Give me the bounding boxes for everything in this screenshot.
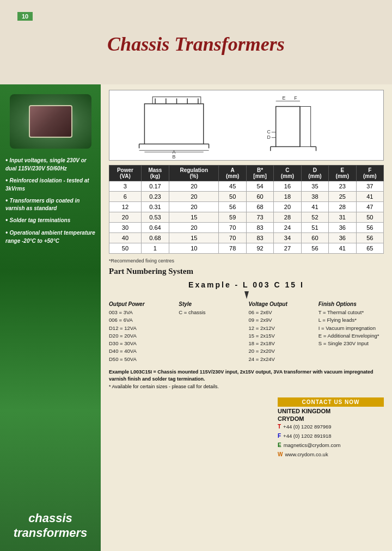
part-col-item: 003 = 3VA (109, 309, 174, 316)
part-col-item: 24 = 2x24V (249, 356, 314, 363)
example-footnote: * Available for certain sizes - please c… (109, 384, 219, 389)
col-b: B*[mm] (246, 166, 273, 181)
part-col-item: S = Single 230V Input (318, 340, 384, 347)
part-col-item: D20 = 20VA (109, 332, 174, 340)
contact-country: UNITED KINGDOM (278, 407, 384, 415)
voltage-output-title: Voltage Output (249, 301, 314, 307)
contact-box: CONTACT US NOW UNITED KINGDOM CRYDOM T +… (278, 397, 384, 459)
part-col-item: I = Vacuum impregnation (318, 325, 384, 332)
table-row: 60.2320506018382541 (109, 192, 384, 202)
product-image (10, 94, 91, 149)
svg-rect-15 (276, 107, 300, 147)
table-row: 120.3120566820412847 (109, 202, 384, 212)
contact-web: W www.crydom.co.uk (278, 450, 384, 459)
part-col-item: E = Additional Enveloping* (318, 332, 384, 340)
part-col-item: D40 = 40VA (109, 347, 174, 355)
output-power-title: Output Power (109, 301, 174, 307)
page-title: Chassis Transformers (0, 33, 392, 56)
contact-company: CRYDOM (278, 415, 384, 422)
svg-marker-28 (244, 291, 249, 299)
col-f: F(mm) (356, 166, 384, 181)
sidebar-bullet: Reinforced isolation - tested at 3kVrms (5, 174, 95, 194)
part-col-item: D12 = 12VA (109, 325, 174, 332)
col-mass: Mass(kg) (141, 166, 169, 181)
main-content: A B E F C D (101, 84, 392, 551)
part-col-item: 09 = 2x9V (249, 316, 314, 324)
feature-list: Input voltages, single 230V or dual 115V… (5, 154, 95, 247)
part-numbering-grid: Output Power 003 = 3VA006 = 6VAD12 = 12V… (109, 301, 384, 363)
phone-icon: T (278, 422, 281, 431)
part-col-item: D30 = 30VA (109, 340, 174, 347)
part-col-item: 15 = 2x15V (249, 332, 314, 340)
example-description: Example L003C15I = Chassis mounted 115V/… (109, 369, 384, 391)
sidebar-bullet: Input voltages, single 230V or dual 115V… (5, 154, 95, 174)
col-c: C(mm) (274, 166, 301, 181)
svg-text:B: B (173, 154, 176, 160)
col-regulation: Regulation(%) (169, 166, 219, 181)
email-icon: E (278, 440, 281, 450)
col-power: Power(VA) (109, 166, 142, 181)
part-col-item: 06 = 2x6V (249, 309, 314, 316)
style-col: Style C = chassis (179, 301, 244, 363)
part-col-item: T = Thermal cutout* (318, 309, 384, 316)
web-icon: W (278, 450, 283, 459)
finish-options-col: Finish Options T = Thermal cutout*L = Fl… (318, 301, 384, 363)
sidebar-content: Input voltages, single 230V or dual 115V… (0, 84, 101, 251)
part-col-item: D50 = 50VA (109, 356, 174, 363)
output-power-col: Output Power 003 = 3VA006 = 6VAD12 = 12V… (109, 301, 174, 363)
table-row: 400.6815708334603656 (109, 233, 384, 243)
svg-rect-0 (144, 104, 203, 144)
svg-rect-19 (300, 107, 311, 147)
table-row: 200.5315597328523150 (109, 212, 384, 223)
part-col-item: 006 = 6VA (109, 316, 174, 324)
sidebar-bullet: Transformers dip coated in varnish as st… (5, 194, 95, 215)
contact-email: E magnetics@crydom.com (278, 440, 384, 450)
svg-text:F: F (294, 95, 297, 101)
svg-text:E: E (282, 95, 285, 101)
sidebar-bullet: Solder tag terminations (5, 214, 95, 226)
sidebar-bullet: Operational ambient temperature range -2… (5, 226, 95, 247)
svg-text:D: D (267, 134, 270, 140)
technical-diagram: A B E F C D (109, 90, 384, 161)
part-numbering-title: Part Numbering System (109, 267, 384, 276)
page-number: 10 (17, 12, 33, 21)
example-desc-bold: Example L003C15I = Chassis mounted 115V/… (109, 369, 373, 382)
fax-icon: F (278, 431, 281, 440)
voltage-output-col: Voltage Output 06 = 2x6V09 = 2x9V12 = 2x… (249, 301, 314, 363)
table-row: 50110789227564165 (109, 243, 384, 254)
style-title: Style (179, 301, 244, 307)
part-col-item: L = Flying leads* (318, 316, 384, 324)
part-col-item: 18 = 2x18V (249, 340, 314, 347)
finish-options-title: Finish Options (318, 301, 384, 307)
sidebar-bottom-label: chassis transformers (0, 511, 101, 540)
svg-text:C: C (267, 129, 271, 134)
table-row: 30.1720455416352337 (109, 181, 384, 192)
part-col-item: 12 = 2x12V (249, 325, 314, 332)
part-col-item: C = chassis (179, 309, 244, 316)
table-row: 300.6420708324513656 (109, 223, 384, 233)
col-e: E(mm) (329, 166, 356, 181)
specs-table: Power(VA) Mass(kg) Regulation(%) A(mm) B… (109, 165, 384, 254)
contact-phone: T +44 (0) 1202 897969 (278, 422, 384, 431)
part-col-item: 20 = 2x20V (249, 347, 314, 355)
contact-fax: F +44 (0) 1202 891918 (278, 431, 384, 440)
col-d: D(mm) (301, 166, 328, 181)
example-line: Example - L 003 C 15 I (109, 280, 384, 289)
table-footnote: *Recommended fixing centres (109, 258, 384, 264)
sidebar: Input voltages, single 230V or dual 115V… (0, 84, 101, 551)
contact-header: CONTACT US NOW (278, 397, 384, 407)
col-a: A(mm) (219, 166, 246, 181)
